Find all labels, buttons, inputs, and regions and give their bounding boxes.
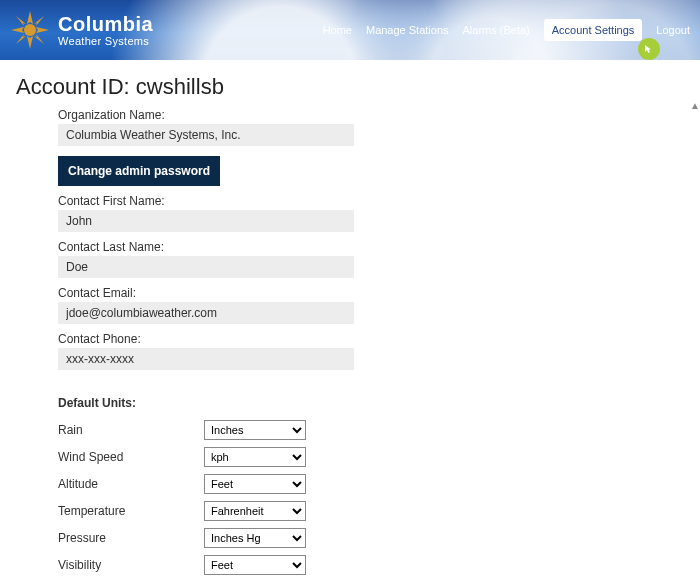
unit-row-altitude: Altitude Feet <box>58 474 358 494</box>
svg-marker-2 <box>11 27 24 33</box>
unit-row-pressure: Pressure Inches Hg <box>58 528 358 548</box>
brand-text: Columbia Weather Systems <box>58 14 153 47</box>
svg-marker-0 <box>27 11 33 24</box>
nav-manage-stations[interactable]: Manage Stations <box>366 24 449 36</box>
phone-label: Contact Phone: <box>58 332 358 346</box>
org-name-input[interactable] <box>58 124 354 146</box>
svg-marker-5 <box>34 16 44 26</box>
nav-logout[interactable]: Logout <box>656 24 690 36</box>
visibility-label: Visibility <box>58 558 204 572</box>
rain-label: Rain <box>58 423 204 437</box>
page-title: Account ID: cwshillsb <box>16 74 690 100</box>
unit-row-wind: Wind Speed kph <box>58 447 358 467</box>
wind-select[interactable]: kph <box>204 447 306 467</box>
sun-icon <box>10 10 50 50</box>
last-name-input[interactable] <box>58 256 354 278</box>
wind-label: Wind Speed <box>58 450 204 464</box>
account-form: Organization Name: Change admin password… <box>58 108 358 580</box>
cursor-indicator <box>638 38 660 60</box>
change-password-button[interactable]: Change admin password <box>58 156 220 186</box>
scroll-up-icon[interactable]: ▲ <box>690 100 696 106</box>
nav-account-settings[interactable]: Account Settings <box>544 19 643 41</box>
brand-logo[interactable]: Columbia Weather Systems <box>10 10 153 50</box>
svg-marker-7 <box>34 34 44 44</box>
rain-select[interactable]: Inches <box>204 420 306 440</box>
altitude-select[interactable]: Feet <box>204 474 306 494</box>
last-name-label: Contact Last Name: <box>58 240 358 254</box>
svg-marker-3 <box>36 27 49 33</box>
phone-input[interactable] <box>58 348 354 370</box>
svg-marker-1 <box>27 36 33 49</box>
svg-point-8 <box>24 24 36 36</box>
svg-marker-4 <box>16 16 26 26</box>
header: Columbia Weather Systems Home Manage Sta… <box>0 0 700 60</box>
pressure-select[interactable]: Inches Hg <box>204 528 306 548</box>
default-units-title: Default Units: <box>58 396 358 410</box>
first-name-input[interactable] <box>58 210 354 232</box>
brand-line1: Columbia <box>58 14 153 34</box>
brand-line2: Weather Systems <box>58 36 153 47</box>
temperature-label: Temperature <box>58 504 204 518</box>
account-id-label: Account ID: <box>16 74 136 99</box>
email-label: Contact Email: <box>58 286 358 300</box>
unit-row-visibility: Visibility Feet <box>58 555 358 575</box>
altitude-label: Altitude <box>58 477 204 491</box>
svg-marker-6 <box>16 34 26 44</box>
org-name-label: Organization Name: <box>58 108 358 122</box>
visibility-select[interactable]: Feet <box>204 555 306 575</box>
pressure-label: Pressure <box>58 531 204 545</box>
first-name-label: Contact First Name: <box>58 194 358 208</box>
cursor-icon <box>644 44 654 54</box>
content: ▲ Account ID: cwshillsb Organization Nam… <box>0 60 700 580</box>
top-nav: Home Manage Stations Alarms (Beta) Accou… <box>323 0 690 60</box>
unit-row-temperature: Temperature Fahrenheit <box>58 501 358 521</box>
nav-alarms[interactable]: Alarms (Beta) <box>463 24 530 36</box>
email-input[interactable] <box>58 302 354 324</box>
nav-home[interactable]: Home <box>323 24 352 36</box>
unit-row-rain: Rain Inches <box>58 420 358 440</box>
account-id-value: cwshillsb <box>136 74 224 99</box>
temperature-select[interactable]: Fahrenheit <box>204 501 306 521</box>
